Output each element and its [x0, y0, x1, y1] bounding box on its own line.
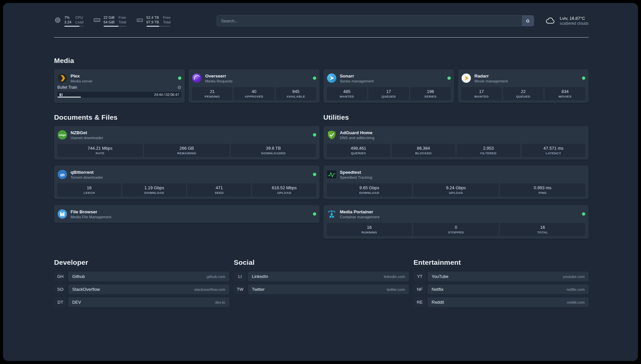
status-dot	[447, 76, 451, 80]
stat-value: 47.571 ms	[522, 146, 585, 151]
bookmark-name: LinkedIn	[252, 274, 268, 279]
disk-free-value: 52.4 TB	[146, 15, 159, 20]
stat-value: 196	[411, 89, 450, 94]
stat-label: RATE	[58, 151, 142, 155]
stat-value: 834	[545, 89, 585, 94]
card-plex[interactable]: Plex Media server Bullet Train ⚙ 24:44 /…	[54, 69, 185, 103]
bookmark-name: DEV	[72, 300, 81, 305]
stat-label: PING	[501, 191, 585, 195]
bookmark-linkedin[interactable]: LI LinkedIn linkedin.com	[234, 272, 409, 281]
service-desc: Container management	[340, 215, 380, 219]
stat-value: 266 GB	[145, 146, 229, 151]
card-qbittorrent[interactable]: qb qBittorrent Torrent downloader 16 LEE…	[54, 166, 320, 199]
stat-label: APPROVED	[234, 94, 274, 99]
bookmark-github[interactable]: GH Github github.com	[54, 272, 229, 281]
bookmark-name: StackOverflow	[72, 287, 100, 292]
stat-label: WANTED	[327, 94, 367, 99]
service-desc: Media server	[71, 79, 92, 83]
card-portainer[interactable]: Media Portainer Container management 16 …	[323, 205, 589, 239]
stat-value: 39.6 TB	[231, 146, 316, 151]
card-overseerr[interactable]: Overseerr Media Requests 21 PENDING 40 A…	[189, 69, 319, 103]
stat-label: QUEUED	[504, 94, 543, 99]
disk-free-label: Free	[163, 15, 170, 20]
stat-remaining: 266 GB REMAINING	[144, 144, 229, 157]
stat-queued: 22 QUEUED	[503, 87, 544, 100]
stat-value: 17	[462, 89, 501, 94]
section-title-entertainment: Entertainment	[413, 258, 589, 266]
card-nzbget[interactable]: nzbget NZBGet Usenet downloader 744.21 M…	[54, 126, 320, 160]
stat-label: FILTERED	[457, 151, 520, 155]
radarr-icon	[461, 73, 471, 83]
stat-label: LEECH	[58, 191, 120, 195]
media-card-grid: Plex Media server Bullet Train ⚙ 24:44 /…	[54, 69, 589, 103]
bookmark-twitter[interactable]: TW Twitter twitter.com	[234, 285, 409, 294]
stat-label: DOWNLOAD	[123, 191, 185, 195]
card-adguard[interactable]: AdGuard Home DNS and adblocking 498,461 …	[323, 126, 589, 160]
overseerr-icon	[192, 73, 202, 83]
stat-label: REMAINING	[145, 151, 229, 155]
stat-value: 945	[276, 89, 316, 94]
service-name: Plex	[71, 73, 92, 79]
service-desc: Movie management	[474, 79, 508, 83]
bookmark-name: Twitter	[252, 287, 264, 292]
bookmark-reddit[interactable]: RE Reddit reddit.com	[413, 297, 589, 307]
service-desc: Torrent downloader	[71, 175, 103, 180]
bookmark-stackoverflow[interactable]: SO StackOverflow stackoverflow.com	[54, 285, 229, 294]
status-dot	[178, 76, 181, 80]
playback-progress-bar[interactable]: 24:44 / 02:06:47	[57, 92, 181, 98]
service-desc: Media Requests	[205, 79, 232, 83]
stat-value: 17	[369, 89, 408, 94]
bookmark-group-entertainment: Entertainment YT YouTube youtube.com NF …	[413, 258, 589, 310]
status-dot	[582, 212, 585, 216]
svg-text:nzbget: nzbget	[59, 134, 66, 136]
memory-free-label: Free	[119, 15, 126, 20]
bookmark-abbr: NF	[413, 285, 426, 294]
card-sonarr[interactable]: Sonarr Series management 485 WANTED 17 Q…	[323, 69, 454, 103]
gear-icon[interactable]: ⚙	[177, 85, 182, 90]
filebrowser-icon	[57, 209, 67, 219]
memory-icon	[93, 16, 101, 24]
card-filebrowser[interactable]: File Browser Media File Management	[54, 205, 320, 223]
stat-value: 40	[234, 89, 274, 94]
stat-label: DOWNLOADED	[231, 151, 316, 155]
memory-total-value: 64 GiB	[104, 20, 115, 24]
card-radarr[interactable]: Radarr Movie management 17 WANTED 22 QUE…	[458, 69, 589, 103]
stat-seed: 471 SEED	[187, 183, 251, 197]
stat-pending: 21 PENDING	[192, 87, 232, 100]
bookmark-url: youtube.com	[563, 275, 585, 279]
search-provider-button[interactable]: G	[522, 15, 534, 26]
cpu-usage-bar	[64, 26, 83, 27]
service-name: Radarr	[474, 73, 508, 79]
status-dot	[313, 76, 316, 80]
disk-usage-bar	[146, 26, 171, 27]
pause-icon[interactable]	[60, 93, 62, 96]
bookmark-netflix[interactable]: NF Netflix netflix.com	[413, 285, 589, 294]
bookmark-youtube[interactable]: YT YouTube youtube.com	[413, 272, 589, 281]
status-dot	[313, 212, 316, 216]
search-bar: G	[217, 15, 534, 26]
service-name: File Browser	[71, 209, 111, 215]
search-input[interactable]	[217, 15, 534, 26]
stat-value: 16	[327, 225, 412, 230]
memory-total-label: Total	[119, 20, 126, 24]
service-desc: DNS and adblocking	[340, 136, 375, 140]
memory-free-value: 22 GiB	[104, 15, 115, 20]
stat-label: TOTAL	[501, 230, 585, 234]
utilities-column: Utilities AdGuard Home DNS and adblockin…	[323, 113, 589, 239]
service-name: Speedtest	[340, 169, 372, 175]
stat-label: BLOCKED	[392, 151, 455, 155]
qbittorrent-icon: qb	[57, 169, 67, 179]
dashboard-page: 7% 3.24 CPU Load	[3, 3, 638, 361]
stat-leech: 16 LEECH	[57, 183, 121, 197]
service-name: qBittorrent	[71, 169, 103, 175]
cpu-icon	[54, 16, 61, 24]
bookmark-url: dev.to	[215, 300, 225, 304]
section-title-social: Social	[234, 258, 409, 266]
bookmark-abbr: LI	[234, 272, 246, 281]
card-speedtest[interactable]: Speedtest Speedtest Tracking 9.65 Gbps D…	[323, 166, 589, 199]
service-desc: Usenet downloader	[71, 136, 103, 140]
stat-wanted: 17 WANTED	[461, 87, 502, 100]
bookmark-dev[interactable]: DT DEV dev.to	[54, 297, 229, 307]
topbar-divider	[54, 37, 589, 38]
bookmark-abbr: YT	[413, 272, 426, 281]
